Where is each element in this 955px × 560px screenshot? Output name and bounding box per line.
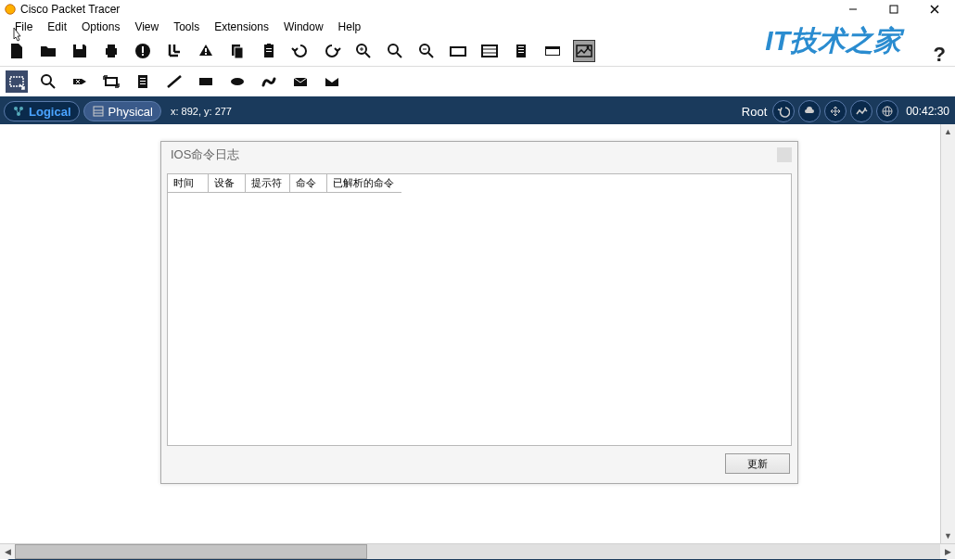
svg-point-63: [864, 108, 866, 109]
dialog-titlebar[interactable]: IOS命令日志: [161, 142, 797, 168]
dialog-button-row: 更新: [161, 450, 797, 479]
window-titlebar: Cisco Packet Tracer: [0, 0, 955, 19]
col-device[interactable]: 设备: [209, 174, 246, 193]
svg-rect-52: [199, 78, 212, 85]
environment-icon[interactable]: [573, 40, 595, 62]
col-time[interactable]: 时间: [168, 174, 209, 193]
redo-icon[interactable]: [321, 40, 343, 62]
menu-extensions[interactable]: Extensions: [207, 19, 276, 35]
custom-devices-icon[interactable]: [478, 40, 501, 62]
draw-palette-icon[interactable]: [447, 40, 469, 62]
watermark: IT技术之家: [765, 22, 901, 60]
navigation-icon[interactable]: [824, 100, 847, 122]
secondary-toolbar: [0, 67, 955, 98]
line-tool-icon[interactable]: [163, 70, 185, 93]
root-label[interactable]: Root: [742, 105, 767, 119]
window-icon[interactable]: [541, 40, 564, 62]
physical-view-tab[interactable]: Physical: [83, 101, 161, 121]
vertical-scrollbar[interactable]: ▲ ▼: [940, 124, 955, 543]
col-command[interactable]: 命令: [290, 174, 327, 193]
svg-line-25: [397, 53, 401, 57]
scroll-right-icon[interactable]: ▶: [940, 544, 955, 559]
svg-line-21: [365, 53, 370, 57]
scroll-left-icon[interactable]: ◀: [0, 544, 15, 559]
window-controls: [833, 0, 955, 19]
col-prompt[interactable]: 提示符: [246, 174, 290, 193]
app-icon: [4, 3, 17, 16]
resize-tool-icon[interactable]: [100, 70, 122, 93]
horizontal-scrollbar[interactable]: ◀ ▶: [0, 543, 955, 558]
undo-icon[interactable]: [289, 40, 312, 62]
freeform-tool-icon[interactable]: [258, 70, 280, 93]
paste-icon[interactable]: [226, 40, 248, 62]
svg-rect-15: [235, 47, 243, 58]
device-table-icon[interactable]: [510, 40, 532, 62]
svg-point-42: [42, 75, 51, 84]
zoom-in-icon[interactable]: [352, 40, 375, 62]
zoom-reset-icon[interactable]: [384, 40, 406, 62]
logical-icon: [12, 105, 25, 118]
rectangle-tool-icon[interactable]: [195, 70, 217, 93]
network-icon[interactable]: [163, 40, 185, 62]
dialog-table: 时间 设备 提示符 命令 已解析的命令: [167, 173, 792, 446]
open-folder-icon[interactable]: [37, 40, 59, 62]
menu-window[interactable]: Window: [276, 19, 331, 35]
svg-rect-11: [142, 54, 144, 56]
svg-rect-38: [546, 49, 559, 55]
zoom-out-icon[interactable]: [415, 40, 438, 62]
table-header: 时间 设备 提示符 命令 已解析的命令: [168, 174, 791, 193]
svg-rect-49: [140, 81, 146, 82]
svg-rect-35: [518, 49, 524, 50]
close-button[interactable]: [914, 0, 955, 19]
svg-rect-50: [140, 83, 146, 84]
menu-view[interactable]: View: [127, 19, 166, 35]
complex-pdu-icon[interactable]: [321, 70, 343, 93]
menu-tools[interactable]: Tools: [166, 19, 207, 35]
svg-point-40: [587, 45, 590, 48]
svg-point-0: [6, 5, 16, 15]
svg-line-27: [428, 53, 433, 57]
svg-rect-48: [140, 78, 146, 79]
simple-pdu-icon[interactable]: [289, 70, 312, 93]
ellipse-tool-icon[interactable]: [226, 70, 248, 93]
scroll-down-icon[interactable]: ▼: [941, 528, 955, 543]
delete-tool-icon[interactable]: [69, 70, 91, 93]
physical-label: Physical: [108, 105, 153, 119]
logical-view-tab[interactable]: Logical: [4, 101, 80, 121]
svg-point-24: [388, 45, 398, 54]
image-icon[interactable]: [850, 100, 872, 122]
clipboard-icon[interactable]: [258, 40, 280, 62]
help-icon[interactable]: ?: [934, 43, 946, 67]
globe-icon[interactable]: [876, 100, 898, 122]
scroll-up-icon[interactable]: ▲: [941, 124, 955, 139]
workspace[interactable]: ▲ ▼ IOS命令日志 时间 设备 提示符 命令 已解析的命令 更新: [0, 124, 955, 543]
minimize-button[interactable]: [833, 0, 873, 19]
coordinate-display: x: 892, y: 277: [171, 106, 232, 117]
svg-rect-60: [94, 107, 103, 116]
svg-rect-8: [108, 53, 115, 57]
window-title: Cisco Packet Tracer: [20, 3, 120, 16]
activity-wizard-icon[interactable]: [132, 40, 154, 62]
svg-rect-41: [10, 77, 23, 86]
print-icon[interactable]: [100, 40, 122, 62]
menu-options[interactable]: Options: [74, 19, 127, 35]
save-icon[interactable]: [69, 40, 91, 62]
ios-command-log-dialog: IOS命令日志 时间 设备 提示符 命令 已解析的命令 更新: [160, 141, 798, 484]
select-tool-icon[interactable]: [6, 70, 28, 93]
svg-rect-13: [205, 53, 207, 55]
scroll-track[interactable]: [15, 544, 940, 559]
dialog-close-button[interactable]: [777, 147, 792, 162]
maximize-button[interactable]: [873, 0, 914, 19]
copy-icon[interactable]: [195, 40, 217, 62]
menu-help[interactable]: Help: [331, 19, 369, 35]
inspect-tool-icon[interactable]: [37, 70, 59, 93]
note-tool-icon[interactable]: [132, 70, 154, 93]
svg-rect-7: [108, 45, 115, 49]
update-button[interactable]: 更新: [725, 453, 790, 474]
back-icon[interactable]: [772, 100, 795, 122]
dialog-title: IOS命令日志: [171, 146, 239, 163]
cloud-icon[interactable]: [798, 100, 821, 122]
scroll-thumb[interactable]: [15, 544, 367, 559]
col-parsed[interactable]: 已解析的命令: [327, 174, 401, 193]
menu-edit[interactable]: Edit: [40, 19, 74, 35]
